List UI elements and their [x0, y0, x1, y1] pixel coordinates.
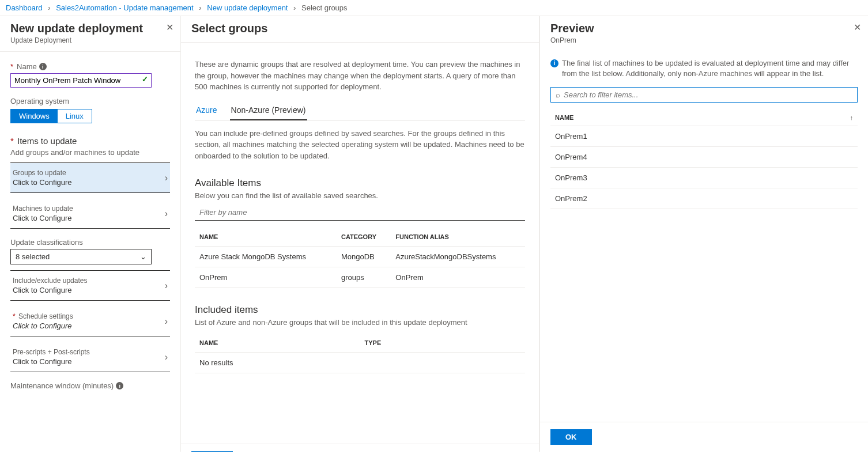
- config-row[interactable]: Pre-scripts + Post-scriptsClick to Confi…: [10, 342, 170, 372]
- info-icon[interactable]: i: [116, 382, 123, 389]
- config-label: * Schedule settings: [13, 312, 73, 320]
- config-row[interactable]: Groups to updateClick to Configure›: [10, 162, 170, 193]
- close-icon[interactable]: ✕: [854, 22, 861, 33]
- maintenance-label: Maintenance window (minutes) i: [10, 381, 170, 390]
- config-value: Click to Configure: [13, 286, 87, 294]
- tab-non-azure[interactable]: Non-Azure (Preview): [230, 102, 307, 120]
- items-to-update-sub: Add groups and/or machines to update: [10, 148, 170, 157]
- name-input[interactable]: [10, 73, 152, 88]
- search-input[interactable]: [564, 90, 852, 99]
- included-items-sub: List of Azure and non-Azure groups that …: [195, 318, 525, 327]
- chevron-right-icon: ›: [199, 3, 201, 12]
- breadcrumb-link[interactable]: Sales2Automation - Update management: [56, 3, 193, 12]
- config-row[interactable]: Include/exclude updatesClick to Configur…: [10, 270, 170, 301]
- info-icon: i: [550, 59, 558, 67]
- config-label: Include/exclude updates: [13, 277, 87, 285]
- available-items-sub: Below you can find the list of available…: [195, 191, 525, 200]
- tab-azure[interactable]: Azure: [195, 102, 218, 120]
- items-to-update-title: * Items to update: [10, 136, 170, 146]
- col-name[interactable]: NAME↑: [550, 109, 858, 126]
- search-icon: ⌕: [556, 90, 560, 99]
- panel-title: New update deployment: [10, 22, 170, 35]
- table-row[interactable]: OnPrem4: [550, 147, 858, 168]
- select-groups-panel: Select groups These are dynamic groups t…: [181, 16, 539, 452]
- classifications-label: Update classifications: [10, 238, 170, 247]
- chevron-right-icon: ›: [165, 281, 168, 291]
- config-value: Click to Configure: [13, 214, 73, 222]
- tab-bar: Azure Non-Azure (Preview): [195, 102, 525, 121]
- os-linux-button[interactable]: Linux: [58, 109, 92, 123]
- col-category[interactable]: CATEGORY: [337, 228, 391, 247]
- os-toggle: Windows Linux: [10, 109, 92, 123]
- chevron-right-icon: ›: [165, 173, 168, 183]
- col-name[interactable]: NAME: [195, 334, 360, 353]
- config-row[interactable]: Machines to updateClick to Configure›: [10, 199, 170, 229]
- no-results: No results: [195, 353, 525, 373]
- preview-panel: Preview OnPrem ✕ i The final list of mac…: [539, 16, 868, 452]
- table-row[interactable]: OnPrem2: [550, 188, 858, 209]
- config-label: Groups to update: [13, 169, 72, 177]
- chevron-right-icon: ›: [165, 209, 168, 219]
- filter-input[interactable]: [195, 205, 525, 221]
- panel-title: Preview: [550, 22, 858, 35]
- config-label: Pre-scripts + Post-scripts: [13, 348, 90, 356]
- info-icon[interactable]: i: [39, 63, 47, 70]
- col-type[interactable]: TYPE: [360, 334, 526, 353]
- breadcrumb-current: Select groups: [301, 3, 348, 12]
- close-icon[interactable]: ✕: [166, 22, 173, 33]
- check-icon: ✓: [142, 75, 148, 84]
- config-value: Click to Configure: [13, 178, 72, 187]
- classifications-select[interactable]: 8 selected ⌄: [10, 249, 152, 264]
- table-row[interactable]: OnPrem1: [550, 126, 858, 147]
- os-label: Operating system: [10, 97, 170, 105]
- panel-title: Select groups: [191, 22, 529, 35]
- col-name[interactable]: NAME: [195, 228, 337, 247]
- config-value: Click to Configure: [13, 357, 90, 366]
- new-deployment-panel: New update deployment Update Deployment …: [0, 16, 181, 452]
- table-row[interactable]: OnPrem3: [550, 168, 858, 188]
- name-label: *Name i: [10, 62, 170, 71]
- sort-icon: ↑: [850, 114, 854, 121]
- col-alias[interactable]: FUNCTION ALIAS: [391, 228, 525, 247]
- ok-button[interactable]: OK: [550, 429, 592, 445]
- chevron-right-icon: ›: [165, 352, 168, 362]
- chevron-right-icon: ›: [293, 3, 296, 12]
- breadcrumb: Dashboard › Sales2Automation - Update ma…: [0, 0, 868, 16]
- available-items-table: NAME CATEGORY FUNCTION ALIAS Azure Stack…: [195, 228, 525, 288]
- table-row[interactable]: OnPremgroupsOnPrem: [195, 267, 525, 288]
- chevron-down-icon: ⌄: [140, 252, 146, 261]
- config-value: Click to Configure: [13, 321, 73, 330]
- breadcrumb-link[interactable]: Dashboard: [6, 3, 43, 12]
- description-text: These are dynamic groups that are resolv…: [195, 59, 525, 93]
- ok-button[interactable]: OK: [191, 451, 233, 452]
- tab-description: You can include pre-defined groups defin…: [195, 128, 525, 162]
- included-items-table: NAME TYPE No results: [195, 334, 525, 373]
- panel-subtitle: OnPrem: [550, 36, 858, 44]
- preview-table: NAME↑ OnPrem1OnPrem4OnPrem3OnPrem2: [550, 109, 858, 209]
- included-items-title: Included items: [195, 304, 525, 316]
- config-row[interactable]: * Schedule settingsClick to Configure›: [10, 307, 170, 336]
- table-row[interactable]: Azure Stack MongoDB SystemsMongoDBAzureS…: [195, 247, 525, 267]
- breadcrumb-link[interactable]: New update deployment: [207, 3, 288, 12]
- search-box[interactable]: ⌕: [550, 87, 858, 103]
- chevron-right-icon: ›: [165, 316, 168, 327]
- config-label: Machines to update: [13, 205, 73, 213]
- available-items-title: Available Items: [195, 177, 525, 189]
- os-windows-button[interactable]: Windows: [11, 109, 58, 123]
- panel-subtitle: Update Deployment: [10, 36, 170, 44]
- chevron-right-icon: ›: [48, 3, 50, 12]
- info-message: i The final list of machines to be updat…: [550, 58, 858, 79]
